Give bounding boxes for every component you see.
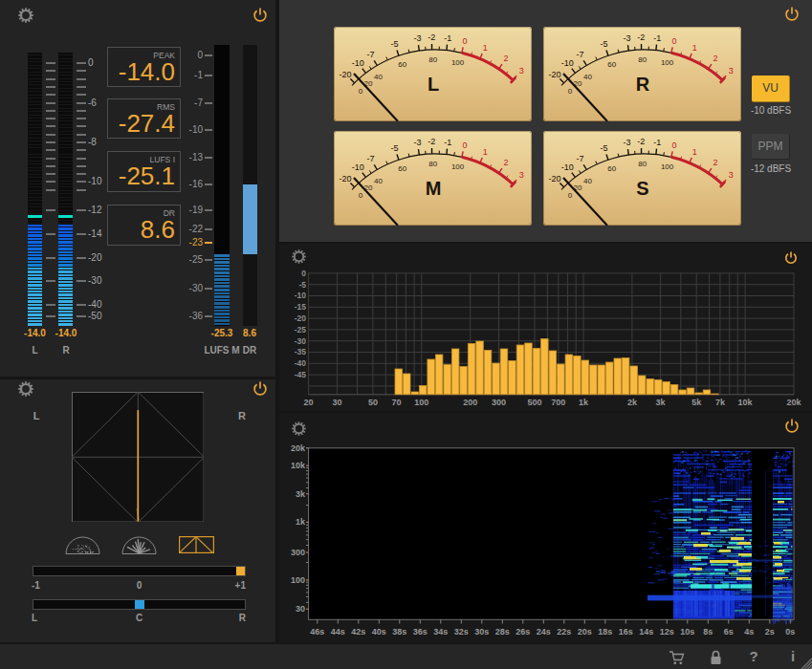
svg-text:32s: 32s [454, 627, 469, 637]
svg-text:-2: -2 [637, 137, 645, 146]
svg-text:-7: -7 [366, 155, 374, 164]
svg-text:70: 70 [392, 398, 402, 407]
svg-text:10s: 10s [680, 627, 694, 637]
svg-text:200: 200 [463, 398, 477, 407]
svg-text:-2: -2 [637, 32, 645, 42]
svg-text:1k: 1k [579, 398, 589, 407]
svg-text:3: 3 [728, 66, 733, 76]
svg-text:16s: 16s [619, 627, 633, 637]
svg-text:0: 0 [358, 191, 362, 200]
svg-text:500: 500 [527, 398, 541, 407]
svg-text:-10: -10 [560, 163, 573, 173]
svg-text:0: 0 [671, 35, 676, 45]
svg-text:0: 0 [301, 269, 306, 278]
svg-text:6s: 6s [724, 627, 734, 637]
svg-text:-20: -20 [339, 69, 351, 78]
svg-text:4s: 4s [744, 627, 754, 637]
svg-text:2: 2 [503, 159, 508, 168]
svg-text:-5: -5 [390, 38, 398, 48]
svg-text:20k: 20k [291, 443, 306, 453]
svg-text:-15: -15 [295, 302, 307, 312]
svg-text:60: 60 [607, 165, 616, 174]
svg-text:-1: -1 [444, 138, 451, 147]
svg-text:26s: 26s [516, 627, 530, 637]
svg-text:2s: 2s [765, 627, 775, 637]
svg-text:-3: -3 [413, 33, 421, 43]
svg-text:100: 100 [451, 162, 465, 171]
svg-text:20s: 20s [578, 627, 592, 637]
svg-text:1: 1 [482, 42, 487, 52]
svg-text:10k: 10k [738, 398, 754, 407]
svg-text:-30: -30 [295, 336, 307, 346]
svg-text:28s: 28s [495, 627, 510, 637]
svg-text:M: M [425, 178, 441, 199]
svg-text:8s: 8s [703, 627, 713, 637]
svg-text:2: 2 [713, 159, 717, 168]
svg-text:20: 20 [304, 398, 314, 407]
svg-text:50: 50 [368, 398, 378, 407]
svg-text:3: 3 [728, 170, 733, 180]
svg-text:-25: -25 [295, 325, 307, 334]
svg-text:-35: -35 [295, 347, 307, 356]
svg-text:24s: 24s [537, 627, 551, 637]
svg-text:22s: 22s [557, 627, 571, 637]
svg-text:60: 60 [607, 60, 616, 69]
svg-text:12s: 12s [660, 627, 674, 637]
svg-text:300: 300 [291, 548, 305, 557]
svg-text:L: L [428, 74, 439, 95]
svg-text:80: 80 [428, 160, 437, 168]
svg-text:18s: 18s [598, 627, 612, 637]
svg-text:-10: -10 [560, 58, 573, 68]
svg-text:20k: 20k [786, 398, 801, 407]
svg-text:42s: 42s [351, 627, 365, 637]
svg-text:100: 100 [661, 57, 674, 66]
svg-text:0: 0 [567, 86, 572, 95]
svg-text:-3: -3 [623, 139, 630, 148]
svg-text:30: 30 [332, 398, 341, 407]
svg-text:1: 1 [691, 42, 696, 52]
svg-text:-5: -5 [600, 143, 607, 153]
svg-text:0s: 0s [785, 627, 795, 637]
svg-text:100: 100 [661, 162, 674, 171]
svg-text:10k: 10k [291, 461, 306, 470]
svg-text:14s: 14s [639, 627, 653, 637]
svg-text:30s: 30s [474, 627, 489, 637]
svg-text:S: S [636, 178, 648, 199]
svg-text:40: 40 [374, 72, 383, 80]
svg-text:60: 60 [398, 60, 406, 69]
svg-text:3: 3 [518, 170, 523, 180]
svg-text:-20: -20 [548, 69, 560, 78]
svg-text:-5: -5 [600, 38, 607, 48]
svg-text:-1: -1 [653, 32, 661, 42]
svg-text:60: 60 [398, 165, 406, 174]
svg-text:0: 0 [358, 86, 362, 95]
svg-text:46s: 46s [310, 627, 324, 637]
svg-text:2k: 2k [627, 398, 638, 407]
svg-text:0: 0 [567, 191, 572, 200]
svg-text:-20: -20 [339, 174, 351, 183]
svg-text:1: 1 [482, 147, 487, 157]
svg-text:3k: 3k [296, 489, 306, 499]
svg-text:0: 0 [462, 35, 467, 45]
svg-text:3k: 3k [656, 398, 667, 407]
svg-text:40: 40 [583, 177, 592, 185]
svg-text:7k: 7k [715, 398, 726, 407]
svg-text:2: 2 [713, 54, 717, 63]
svg-text:-7: -7 [576, 155, 583, 164]
svg-text:-3: -3 [623, 33, 630, 43]
svg-text:40: 40 [374, 177, 383, 185]
svg-text:-2: -2 [428, 32, 435, 42]
svg-text:-45: -45 [295, 370, 307, 379]
svg-text:1k: 1k [296, 517, 306, 527]
svg-text:30: 30 [296, 604, 305, 614]
svg-text:-10: -10 [352, 163, 364, 173]
svg-text:300: 300 [492, 398, 506, 407]
svg-text:-20: -20 [295, 313, 307, 323]
svg-text:80: 80 [638, 160, 647, 168]
svg-text:-1: -1 [653, 138, 661, 147]
svg-text:0: 0 [462, 140, 467, 150]
svg-text:40: 40 [583, 72, 592, 80]
svg-text:0: 0 [671, 140, 676, 150]
svg-text:34s: 34s [433, 627, 448, 637]
svg-text:700: 700 [551, 398, 565, 407]
